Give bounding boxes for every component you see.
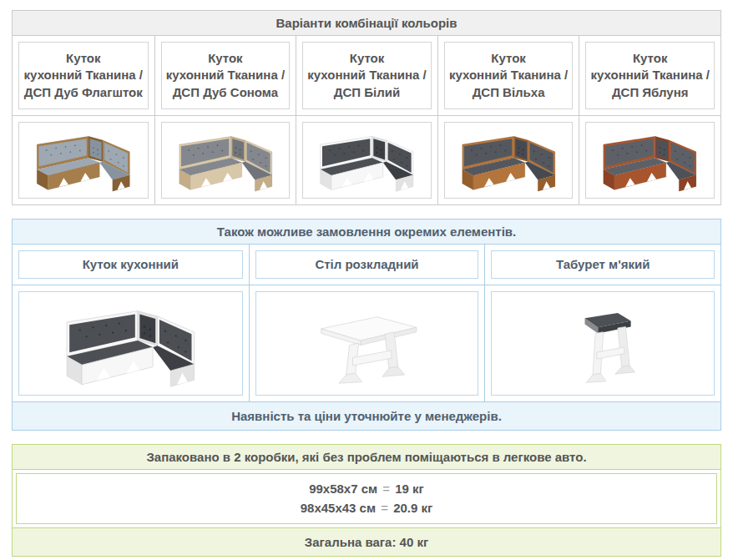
variant-title-yablunya: Кутоккухонний Тканина /ДСП Яблуня [585, 42, 715, 109]
element-image-cell [13, 285, 249, 401]
color-variants-section: Варіанти комбінації кольорів Кутоккухонн… [12, 10, 721, 205]
box-size: 99х58х7 см [309, 482, 377, 496]
variant-image-cell [13, 116, 154, 204]
variant-image-cell [579, 116, 720, 204]
packing-dimensions-box: 99х58х7 см = 19 кг 98х45х43 см = 20.9 кг [16, 473, 717, 524]
product-description-page: Варіанти комбінації кольорів Кутоккухонн… [0, 0, 733, 557]
variant-title-line: Куток [591, 50, 710, 67]
variant-image-cell [437, 116, 579, 204]
variant-title-cell: Кутоккухонний Тканина /ДСП Дуб Сонома [154, 36, 296, 115]
element-title-cell: Стіл розкладний [249, 245, 485, 285]
corner-bench-image-dub-flagshtok [18, 122, 149, 199]
element-title-folding-table: Стіл розкладний [255, 250, 479, 279]
equals-sign: = [379, 501, 390, 515]
element-title-cell: Куток кухонний [13, 245, 249, 285]
availability-note: Наявність та ціни уточнюйте у менеджерів… [13, 401, 720, 430]
variant-title-line: кухонний Тканина / [591, 67, 710, 83]
variant-image-cell [296, 116, 437, 204]
variant-titles-row: Кутоккухонний Тканина /ДСП Дуб Флагшток … [13, 36, 720, 115]
variant-title-vilkha: Кутоккухонний Тканина /ДСП Вільха [444, 42, 574, 109]
box-dimensions-2: 98х45х43 см = 20.9 кг [301, 498, 433, 517]
box-weight: 20.9 кг [393, 501, 432, 515]
variant-images-row [13, 115, 720, 204]
corner-bench-image-dub-sonoma [161, 122, 291, 199]
variant-title-line: Куток [307, 50, 426, 67]
separate-elements-section: Також можливе замовлення окремих елемент… [12, 219, 721, 431]
variant-title-dub-flagshtok: Кутоккухонний Тканина /ДСП Дуб Флагшток [18, 42, 149, 109]
variant-title-line: Куток [449, 50, 568, 67]
corner-bench-image-yablunya [585, 122, 715, 199]
element-image-cell [249, 285, 485, 401]
variant-title-dub-sonoma: Кутоккухонний Тканина /ДСП Дуб Сонома [161, 42, 291, 109]
variant-title-line: ДСП Дуб Сонома [166, 84, 285, 101]
packing-dimensions-row: 99х58х7 см = 19 кг 98х45х43 см = 20.9 кг [13, 470, 720, 527]
soft-stool-image [491, 291, 715, 396]
variant-title-line: кухонний Тканина / [166, 67, 285, 83]
element-title-corner-bench: Куток кухонний [18, 250, 243, 279]
variant-title-line: кухонний Тканина / [307, 67, 426, 83]
variant-title-cell: Кутоккухонний Тканина /ДСП Яблуня [579, 36, 720, 115]
variant-title-line: кухонний Тканина / [24, 67, 143, 83]
variant-title-line: ДСП Білий [307, 84, 426, 101]
variant-title-bilyi: Кутоккухонний Тканина /ДСП Білий [302, 42, 432, 109]
variant-title-cell: Кутоккухонний Тканина /ДСП Вільха [437, 36, 579, 115]
folding-table-image [255, 291, 479, 396]
equals-sign: = [381, 482, 392, 496]
element-title-soft-stool: Табурет м'який [491, 250, 715, 279]
box-dimensions-1: 99х58х7 см = 19 кг [309, 479, 424, 498]
corner-bench-image-vilkha [444, 122, 574, 199]
box-weight: 19 кг [395, 482, 424, 496]
corner-bench-white-image [18, 291, 243, 396]
variant-image-cell [154, 116, 296, 204]
packing-header: Запаковано в 2 коробки, які без проблем … [13, 445, 720, 470]
element-images-row [13, 285, 720, 401]
variant-title-cell: Кутоккухонний Тканина /ДСП Білий [296, 36, 437, 115]
variant-title-line: кухонний Тканина / [449, 67, 568, 83]
variant-title-line: Куток [24, 50, 143, 67]
corner-bench-image-bilyi [302, 122, 432, 199]
packing-section: Запаковано в 2 коробки, які без проблем … [12, 444, 721, 557]
element-image-cell [484, 285, 720, 401]
variant-title-line: ДСП Дуб Флагшток [24, 84, 143, 101]
element-title-cell: Табурет м'який [484, 245, 720, 285]
total-weight: Загальна вага: 40 кг [13, 527, 720, 556]
element-titles-row: Куток кухонний Стіл розкладний Табурет м… [13, 245, 720, 285]
variant-title-line: ДСП Яблуня [591, 84, 710, 101]
color-variants-header: Варіанти комбінації кольорів [13, 11, 720, 36]
box-size: 98х45х43 см [301, 501, 376, 515]
variant-title-line: Куток [166, 50, 285, 67]
separate-elements-header: Також можливе замовлення окремих елемент… [13, 219, 720, 245]
variant-title-cell: Кутоккухонний Тканина /ДСП Дуб Флагшток [13, 36, 154, 115]
variant-title-line: ДСП Вільха [449, 84, 568, 101]
